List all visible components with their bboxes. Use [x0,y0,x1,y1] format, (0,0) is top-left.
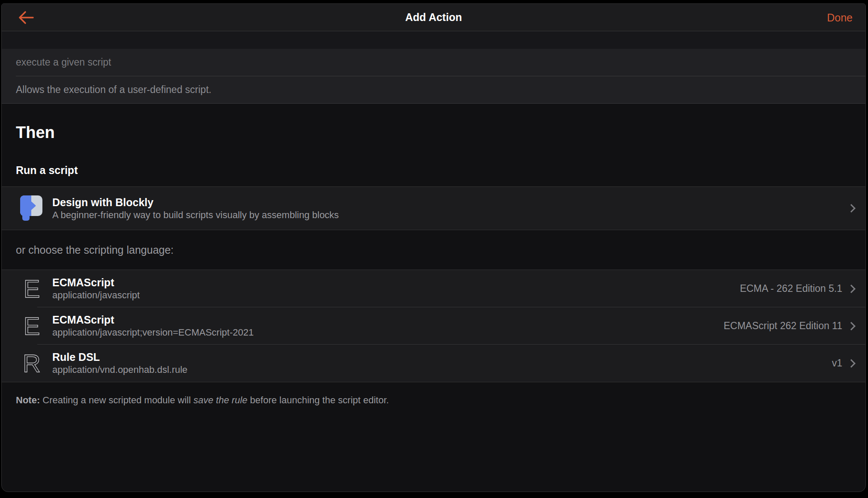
then-heading: Then [16,123,851,142]
ecmascript-letter-icon: E [24,314,40,339]
back-arrow-icon [18,11,34,24]
action-description: Allows the execution of a user-defined s… [2,76,865,103]
note-prefix: Note: [16,395,40,405]
chevron-right-icon [847,204,856,213]
section-head: Then [2,104,865,142]
page-title: Add Action [2,11,865,24]
ecmascript-letter-icon: E [24,276,40,301]
language-version: v1 [832,357,842,369]
language-version: ECMAScript 262 Edition 11 [724,320,842,332]
rule-dsl-letter-icon: R [23,351,41,376]
list-item-rule-dsl[interactable]: R Rule DSL application/vnd.openhab.dsl.r… [2,345,865,382]
blockly-text: Design with Blockly A beginner-friendly … [52,196,848,221]
blockly-icon [20,195,44,221]
language-mime: application/vnd.openhab.dsl.rule [52,364,832,376]
chevron-right-icon [847,285,856,293]
navbar-gap [2,31,865,49]
language-list: E ECMAScript application/javascript ECMA… [2,270,865,382]
add-action-sheet: Add Action Done execute a given script A… [1,3,866,492]
navbar: Add Action Done [2,4,865,31]
done-button[interactable]: Done [827,11,853,24]
language-title: Rule DSL [52,351,832,364]
language-mime: application/javascript;version=ECMAScrip… [52,327,724,339]
blockly-title: Design with Blockly [52,196,848,209]
blockly-subtitle: A beginner-friendly way to build scripts… [52,209,848,221]
action-title-input[interactable]: execute a given script [2,49,865,76]
run-a-script-heading: Run a script [2,164,865,177]
language-mime: application/javascript [52,289,740,301]
language-title: ECMAScript [52,313,724,327]
list-item-ecmascript-2021[interactable]: E ECMAScript application/javascript;vers… [2,307,865,345]
language-title: ECMAScript [52,276,740,289]
design-with-blockly-item[interactable]: Design with Blockly A beginner-friendly … [2,187,865,230]
language-version: ECMA - 262 Edition 5.1 [740,283,842,294]
blockly-block: Design with Blockly A beginner-friendly … [2,186,865,230]
choose-language-label: or choose the scripting language: [2,230,865,270]
chevron-right-icon [847,322,856,330]
chevron-right-icon [847,359,856,368]
back-button[interactable] [18,10,35,25]
note-text: Note: Creating a new scripted module wil… [2,382,865,407]
list-item-ecmascript-5[interactable]: E ECMAScript application/javascript ECMA… [2,270,865,307]
action-form: execute a given script Allows the execut… [2,49,865,104]
